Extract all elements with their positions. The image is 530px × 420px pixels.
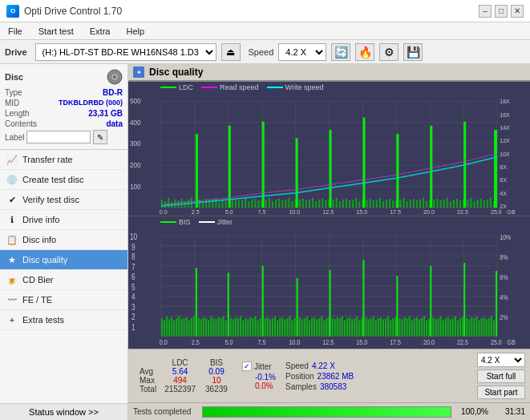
svg-rect-198 — [210, 317, 212, 337]
svg-rect-219 — [262, 266, 264, 337]
sidebar-item-drive-info[interactable]: ℹ Drive info — [0, 210, 127, 230]
disc-label-input[interactable] — [26, 131, 91, 143]
svg-rect-290 — [432, 317, 434, 337]
svg-text:4X: 4X — [500, 191, 507, 197]
sidebar-item-disc-quality[interactable]: ★ Disc quality — [0, 250, 127, 270]
svg-rect-122 — [477, 200, 479, 208]
legend-jitter: Jitter — [199, 218, 233, 226]
legend-bis-label: BIS — [179, 218, 191, 226]
svg-rect-214 — [249, 317, 251, 337]
jitter-label: Jitter — [254, 362, 272, 371]
chart1-svg-wrapper: 500 400 300 200 100 18X 16X 14X 12X 10X … — [128, 93, 530, 216]
svg-rect-266 — [375, 321, 377, 337]
legend-write-speed: Write speed — [267, 83, 324, 91]
jitter-avg: -0.1% — [255, 373, 276, 382]
svg-rect-210 — [240, 317, 241, 337]
svg-rect-63 — [296, 138, 298, 208]
start-part-button[interactable]: Start part — [477, 386, 525, 399]
start-full-button[interactable]: Start full — [477, 370, 525, 383]
svg-rect-86 — [366, 200, 368, 208]
menu-help[interactable]: Help — [121, 25, 149, 38]
svg-rect-232 — [294, 318, 296, 337]
sidebar-item-disc-info[interactable]: 📋 Disc info — [0, 230, 127, 250]
svg-rect-282 — [414, 318, 415, 337]
drive-select[interactable]: (H:) HL-DT-ST BD-RE WH16NS48 1.D3 — [35, 43, 216, 61]
svg-rect-276 — [399, 318, 400, 337]
disc-type-row: Type BD-R — [5, 88, 123, 97]
minimize-button[interactable]: – — [479, 5, 492, 18]
disc-mid-value: TDKBLDRBD (000) — [59, 99, 123, 107]
jitter-max: 0.0% — [255, 382, 276, 390]
chart1-legend: LDC Read speed Write speed — [128, 82, 530, 93]
svg-rect-42 — [232, 200, 233, 208]
settings-button[interactable]: ⚙ — [379, 43, 399, 61]
menu-extra[interactable]: Extra — [85, 25, 115, 38]
menu-start-test[interactable]: Start test — [34, 25, 79, 38]
sidebar-item-label-transfer-rate: Transfer rate — [22, 155, 73, 164]
sidebar-item-fe-te[interactable]: 〰 FE / TE — [0, 290, 127, 310]
svg-rect-209 — [237, 318, 239, 337]
svg-rect-205 — [228, 273, 229, 337]
svg-rect-104 — [423, 198, 424, 208]
svg-rect-277 — [401, 320, 403, 337]
burn-button[interactable]: 🔥 — [355, 43, 374, 61]
svg-rect-70 — [318, 200, 320, 208]
svg-rect-271 — [387, 317, 389, 337]
svg-text:4: 4 — [131, 293, 136, 302]
disc-label-edit-button[interactable]: ✎ — [93, 130, 107, 144]
sidebar-item-cd-bier[interactable]: 🍺 CD Bier — [0, 270, 127, 290]
chart1-container: LDC Read speed Write speed — [128, 82, 530, 216]
jitter-checkbox[interactable]: ✓ — [242, 361, 252, 371]
disc-type-label: Type — [5, 88, 22, 97]
svg-text:17.5: 17.5 — [390, 338, 401, 346]
svg-rect-260 — [361, 318, 362, 337]
menu-file[interactable]: File — [3, 25, 27, 38]
svg-rect-299 — [455, 317, 456, 337]
svg-rect-83 — [358, 201, 360, 208]
svg-rect-202 — [220, 318, 222, 337]
app-title: Opti Drive Control 1.70 — [24, 6, 122, 17]
sidebar-item-create-test-disc[interactable]: 💿 Create test disc — [0, 170, 127, 190]
transfer-rate-icon: 📈 — [6, 154, 18, 165]
eject-button[interactable]: ⏏ — [221, 43, 241, 61]
svg-rect-54 — [269, 198, 270, 208]
svg-rect-311 — [483, 317, 485, 337]
speed-select[interactable]: 4.2 X — [278, 43, 326, 61]
speed-test-select[interactable]: 4.2 X — [477, 353, 525, 367]
svg-rect-46 — [245, 198, 246, 208]
sidebar-item-transfer-rate[interactable]: 📈 Transfer rate — [0, 150, 127, 170]
svg-text:500: 500 — [130, 98, 141, 105]
svg-rect-56 — [275, 200, 277, 208]
svg-rect-102 — [416, 200, 418, 208]
close-button[interactable]: ✕ — [511, 5, 524, 18]
save-button[interactable]: 💾 — [403, 43, 423, 61]
svg-rect-265 — [373, 317, 374, 337]
svg-rect-112 — [447, 198, 448, 208]
svg-rect-191 — [193, 317, 195, 337]
svg-rect-255 — [349, 317, 350, 337]
svg-rect-238 — [309, 321, 310, 337]
svg-rect-283 — [416, 317, 418, 337]
svg-rect-194 — [200, 320, 202, 337]
speed-section: Speed 4.22 X Position 23862 MB Samples 3… — [285, 361, 354, 391]
disc-header: Disc — [5, 69, 123, 85]
sidebar-item-verify-test-disc[interactable]: ✔ Verify test disc — [0, 190, 127, 210]
svg-rect-49 — [254, 199, 256, 208]
svg-rect-59 — [285, 200, 286, 208]
svg-rect-121 — [473, 201, 475, 208]
drive-toolbar: Drive (H:) HL-DT-ST BD-RE WH16NS48 1.D3 … — [0, 40, 530, 64]
sidebar-item-extra-tests[interactable]: + Extra tests — [0, 310, 127, 330]
svg-rect-225 — [277, 321, 278, 337]
sidebar-item-label-cd-bier: CD Bier — [22, 275, 54, 285]
main-layout: Disc Type BD-R MID TDKBLDRBD (000) Lengt… — [0, 64, 530, 420]
chart1-svg: 500 400 300 200 100 18X 16X 14X 12X 10X … — [128, 93, 530, 216]
svg-text:25.0: 25.0 — [491, 338, 502, 346]
disc-mid-row: MID TDKBLDRBD (000) — [5, 99, 123, 107]
stats-max-label: Max — [133, 376, 160, 385]
svg-point-2 — [114, 76, 116, 79]
svg-text:GB: GB — [507, 209, 516, 216]
status-window-button[interactable]: Status window >> — [0, 403, 127, 420]
maximize-button[interactable]: □ — [495, 5, 508, 18]
svg-rect-92 — [386, 200, 387, 208]
refresh-button[interactable]: 🔄 — [331, 43, 350, 61]
